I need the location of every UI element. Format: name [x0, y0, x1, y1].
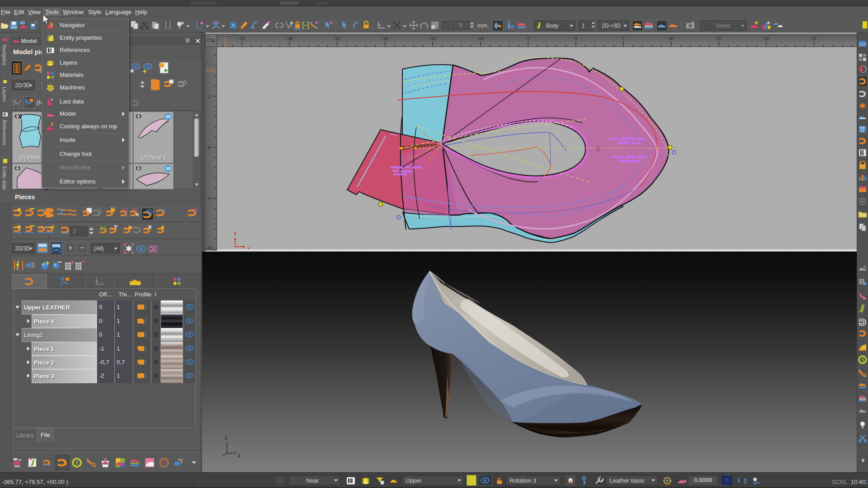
svg-text:-25: -25 — [334, 36, 340, 41]
svg-text:-10: -10 — [205, 245, 212, 250]
svg-text:20: 20 — [764, 36, 769, 41]
svg-text:Z: Z — [225, 435, 228, 441]
svg-text:-35: -35 — [238, 36, 245, 41]
svg-text:X: X — [237, 454, 241, 459]
svg-text:[0]: [0] — [123, 208, 127, 212]
svg-text:-10: -10 — [477, 36, 484, 41]
svg-text:B: B — [126, 212, 128, 217]
svg-text:-5: -5 — [207, 196, 211, 201]
svg-text:25: 25 — [811, 36, 817, 41]
svg-text:5: 5 — [622, 36, 625, 41]
svg-text:[0]: [0] — [133, 208, 137, 212]
svg-text:Y: Y — [233, 231, 237, 237]
svg-text:5: 5 — [208, 94, 211, 99]
svg-text:0: 0 — [575, 36, 577, 41]
svg-text:10: 10 — [669, 36, 674, 41]
svg-text:-30: -30 — [286, 36, 292, 41]
svg-text:0: 0 — [208, 145, 211, 150]
svg-text:-5: -5 — [526, 36, 530, 41]
svg-text:-15: -15 — [429, 36, 436, 41]
svg-text:15: 15 — [716, 36, 722, 41]
svg-text:-20: -20 — [382, 36, 388, 41]
svg-text:Y: Y — [233, 451, 236, 456]
svg-text:$: $ — [51, 122, 53, 127]
